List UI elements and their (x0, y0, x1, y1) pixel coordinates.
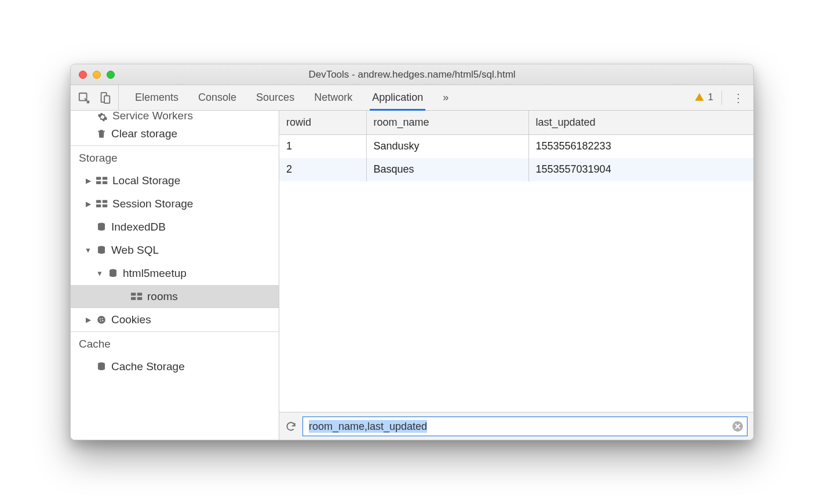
window-title: DevTools - andrew.hedges.name/html5/sql.… (71, 69, 753, 81)
inspect-element-icon[interactable] (78, 92, 90, 104)
chevron-right-icon: ▶ (85, 200, 92, 208)
sidebar-label: html5meetup (123, 267, 187, 280)
tabbar-right: 1 ⋮ (694, 85, 753, 110)
svg-point-19 (100, 318, 101, 319)
svg-rect-8 (103, 200, 107, 203)
cookie-icon (96, 315, 107, 325)
sidebar-label: Web SQL (111, 244, 159, 257)
tab-sources[interactable]: Sources (256, 85, 294, 110)
sidebar-group-storage: Storage (71, 145, 279, 169)
warnings-badge[interactable]: 1 (694, 90, 722, 105)
sidebar-label: Session Storage (112, 198, 193, 210)
column-header-last-updated[interactable]: last_updated (528, 111, 753, 135)
sidebar-item-database[interactable]: ▼ html5meetup (71, 262, 279, 285)
warning-icon (694, 92, 705, 103)
tabs-overflow-button[interactable]: » (443, 85, 449, 110)
devtools-tabbar: Elements Console Sources Network Applica… (71, 85, 753, 111)
tab-console[interactable]: Console (198, 85, 236, 110)
table-row[interactable]: 2 Basques 1553557031904 (279, 158, 753, 181)
table-icon (96, 199, 108, 209)
warning-count: 1 (708, 92, 713, 103)
refresh-button[interactable] (285, 421, 297, 432)
column-header-rowid[interactable]: rowid (279, 111, 366, 135)
devtools-window: DevTools - andrew.hedges.name/html5/sql.… (70, 64, 754, 440)
window-zoom-button[interactable] (107, 71, 115, 79)
svg-rect-7 (96, 200, 101, 203)
sidebar-item-cache-storage[interactable]: Cache Storage (71, 355, 279, 378)
column-header-room-name[interactable]: room_name (366, 111, 528, 135)
svg-rect-15 (137, 293, 142, 295)
database-icon (96, 222, 107, 232)
sidebar-item-clear-storage[interactable]: Clear storage (71, 122, 279, 145)
gear-icon (97, 112, 108, 122)
svg-point-18 (97, 316, 105, 324)
sidebar-item-table-rooms[interactable]: rooms (71, 285, 279, 308)
svg-rect-17 (137, 297, 142, 300)
filter-bar: room_name,last_updated (279, 412, 753, 440)
database-icon (96, 245, 107, 255)
table-scroll[interactable]: rowid room_name last_updated 1 Sandusky … (279, 111, 753, 412)
svg-rect-2 (104, 96, 110, 103)
tab-application[interactable]: Application (372, 85, 423, 110)
svg-rect-16 (131, 297, 136, 300)
table-icon (131, 292, 143, 301)
sidebar-item-service-workers[interactable]: Service Workers (71, 111, 279, 122)
cell-room-name: Basques (366, 158, 528, 181)
sidebar-label: Local Storage (112, 174, 180, 187)
table-icon (96, 176, 108, 185)
traffic-lights (71, 71, 115, 79)
chevron-right-icon: ▶ (85, 177, 92, 185)
data-table: rowid room_name last_updated 1 Sandusky … (279, 111, 753, 181)
svg-point-21 (100, 320, 101, 322)
sidebar-label: rooms (147, 290, 178, 303)
table-header-row: rowid room_name last_updated (279, 111, 753, 135)
sidebar-item-indexeddb[interactable]: IndexedDB (71, 216, 279, 239)
sidebar-label: Service Workers (112, 111, 193, 122)
sidebar-label: Cookies (111, 313, 151, 326)
svg-rect-6 (103, 181, 107, 184)
cell-last-updated: 1553557031904 (528, 158, 753, 181)
chevron-down-icon: ▼ (96, 269, 103, 277)
cell-last-updated: 1553556182233 (528, 135, 753, 158)
application-sidebar: Service Workers Clear storage Storage ▶ … (71, 111, 279, 440)
table-view: rowid room_name last_updated 1 Sandusky … (279, 111, 753, 440)
cell-room-name: Sandusky (366, 135, 528, 158)
window-close-button[interactable] (79, 71, 87, 79)
sidebar-item-web-sql[interactable]: ▼ Web SQL (71, 239, 279, 262)
cell-rowid: 2 (279, 158, 366, 181)
sidebar-item-session-storage[interactable]: ▶ Session Storage (71, 192, 279, 216)
svg-point-22 (102, 320, 103, 321)
svg-rect-3 (96, 177, 101, 180)
chevron-down-icon: ▼ (85, 246, 92, 254)
sidebar-label: Cache Storage (111, 360, 185, 373)
svg-rect-4 (103, 177, 107, 180)
tab-elements[interactable]: Elements (135, 85, 178, 110)
sidebar-label: IndexedDB (111, 221, 166, 233)
trash-icon (96, 128, 107, 140)
tabbar-left-tools (71, 85, 119, 110)
panel-tabs: Elements Console Sources Network Applica… (119, 85, 449, 110)
svg-rect-14 (131, 293, 136, 295)
clear-filter-button[interactable] (732, 421, 743, 432)
svg-rect-5 (96, 181, 101, 184)
tab-network[interactable]: Network (314, 85, 352, 110)
sidebar-label: Clear storage (111, 127, 177, 140)
device-toolbar-icon[interactable] (99, 92, 111, 104)
window-minimize-button[interactable] (93, 71, 101, 79)
filter-input-wrap: room_name,last_updated (302, 417, 748, 436)
sidebar-item-local-storage[interactable]: ▶ Local Storage (71, 169, 279, 192)
settings-menu-button[interactable]: ⋮ (729, 91, 748, 105)
titlebar: DevTools - andrew.hedges.name/html5/sql.… (71, 64, 753, 85)
filter-input[interactable] (302, 417, 748, 436)
sidebar-item-cookies[interactable]: ▶ Cookies (71, 308, 279, 331)
database-icon (96, 361, 107, 372)
sidebar-group-cache: Cache (71, 331, 279, 355)
svg-rect-9 (96, 204, 101, 207)
svg-rect-10 (103, 204, 107, 207)
cell-rowid: 1 (279, 135, 366, 158)
panel-body: Service Workers Clear storage Storage ▶ … (71, 111, 753, 440)
table-row[interactable]: 1 Sandusky 1553556182233 (279, 135, 753, 158)
database-icon (108, 268, 118, 279)
chevron-right-icon: ▶ (85, 316, 92, 324)
svg-point-20 (102, 318, 103, 319)
